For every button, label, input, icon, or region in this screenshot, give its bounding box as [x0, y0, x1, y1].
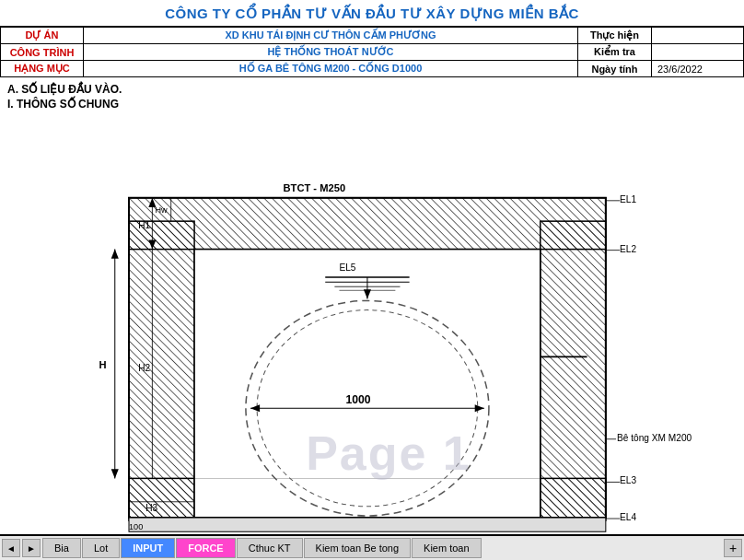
svg-text:Hw: Hw [155, 205, 168, 215]
value-hang-muc: HỐ GA BÊ TÔNG M200 - CỐNG D1000 [84, 61, 578, 77]
tab-add-button[interactable]: + [724, 539, 742, 557]
tab-bar: ◄ ► Bia Lot INPUT FORCE Cthuc KT Kiem to… [0, 534, 744, 560]
svg-text:100: 100 [129, 522, 143, 531]
label-hang-muc: HẠNG MỤC [1, 61, 84, 77]
svg-text:H2: H2 [138, 363, 150, 373]
svg-text:1000: 1000 [346, 393, 371, 406]
section-title-2: I. THÔNG SỐ CHUNG [7, 98, 737, 111]
technical-drawing: BTCT - M250 EL1 EL2 EL5 EL3 EL4 H H1 H2 … [7, 112, 737, 534]
svg-rect-5 [129, 198, 606, 250]
info-row-2: CÔNG TRÌNH HỆ THỐNG THOÁT NƯỚC Kiểm tra [1, 44, 744, 61]
company-title: CÔNG TY CỔ PHẦN TƯ VẤN ĐẦU TƯ XÂY DỰNG M… [0, 6, 744, 22]
value-du-an: XD KHU TÁI ĐỊNH CƯ THÔN CẤM PHƯƠNG [84, 28, 578, 44]
svg-rect-7 [194, 478, 541, 518]
label-du-an: DỰ ÁN [1, 28, 84, 44]
nav-prev-button[interactable]: ◄ [2, 539, 20, 557]
svg-rect-10 [129, 518, 606, 531]
svg-text:EL5: EL5 [339, 262, 355, 273]
header: CÔNG TY CỔ PHẦN TƯ VẤN ĐẦU TƯ XÂY DỰNG M… [0, 0, 744, 27]
svg-rect-4 [541, 221, 606, 520]
tab-cthuc-kt[interactable]: Cthuc KT [237, 538, 303, 558]
svg-text:EL3: EL3 [620, 475, 636, 485]
nav-next-button[interactable]: ► [22, 539, 41, 557]
svg-text:BTCT - M250: BTCT - M250 [284, 182, 346, 193]
subvalue-thuc-hien [652, 28, 744, 44]
sublabel-thuc-hien: Thực hiện [578, 28, 652, 44]
svg-text:H: H [99, 359, 107, 370]
section-title-1: A. SỐ LIỆU ĐẦU VÀO. [7, 83, 737, 96]
value-cong-trinh: HỆ THỐNG THOÁT NƯỚC [84, 44, 578, 61]
svg-text:EL4: EL4 [620, 512, 636, 522]
subvalue-ngay-tinh: 23/6/2022 [652, 61, 744, 77]
svg-text:EL1: EL1 [620, 194, 636, 204]
main-content: A. SỐ LIỆU ĐẦU VÀO. I. THÔNG SỐ CHUNG [0, 77, 744, 534]
label-cong-trinh: CÔNG TRÌNH [1, 44, 84, 61]
svg-text:EL2: EL2 [620, 244, 636, 254]
tab-kiem-toan-be-tong[interactable]: Kiem toan Be tong [304, 538, 412, 558]
subvalue-kiem-tra [652, 44, 744, 61]
info-row-1: DỰ ÁN XD KHU TÁI ĐỊNH CƯ THÔN CẤM PHƯƠNG… [1, 28, 744, 44]
svg-marker-22 [111, 250, 119, 259]
info-table: DỰ ÁN XD KHU TÁI ĐỊNH CƯ THÔN CẤM PHƯƠNG… [0, 27, 744, 77]
svg-marker-23 [111, 469, 119, 478]
drawing-area: BTCT - M250 EL1 EL2 EL5 EL3 EL4 H H1 H2 … [7, 112, 737, 534]
sublabel-kiem-tra: Kiểm tra [578, 44, 652, 61]
tab-bia[interactable]: Bia [42, 538, 81, 558]
svg-text:H3: H3 [145, 503, 157, 513]
svg-text:Bê tông XM M200: Bê tông XM M200 [617, 433, 692, 443]
tab-force[interactable]: FORCE [176, 538, 236, 558]
tab-lot[interactable]: Lot [82, 538, 120, 558]
tab-input[interactable]: INPUT [121, 538, 175, 558]
sublabel-ngay-tinh: Ngày tính [578, 61, 652, 77]
info-row-3: HẠNG MỤC HỐ GA BÊ TÔNG M200 - CỐNG D1000… [1, 61, 744, 77]
tab-kiem-toan[interactable]: Kiem toan [412, 538, 482, 558]
svg-text:H1: H1 [138, 220, 150, 230]
